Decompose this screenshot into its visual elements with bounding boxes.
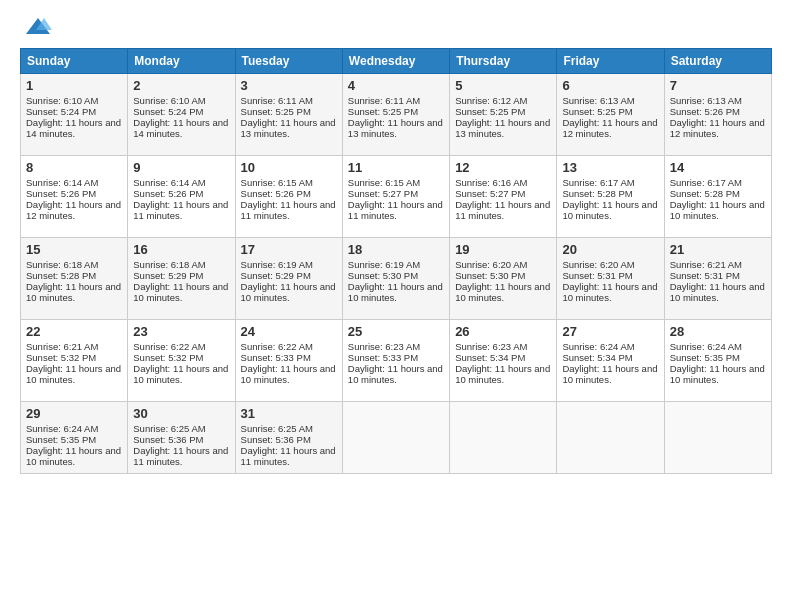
calendar-cell: 29Sunrise: 6:24 AMSunset: 5:35 PMDayligh… (21, 402, 128, 474)
sunset-label: Sunset: 5:35 PM (26, 434, 96, 445)
calendar-cell: 23Sunrise: 6:22 AMSunset: 5:32 PMDayligh… (128, 320, 235, 402)
day-number: 26 (455, 324, 551, 339)
daylight-label: Daylight: 11 hours and 10 minutes. (562, 363, 657, 385)
sunrise-label: Sunrise: 6:22 AM (133, 341, 205, 352)
day-number: 29 (26, 406, 122, 421)
sunset-label: Sunset: 5:25 PM (348, 106, 418, 117)
day-number: 6 (562, 78, 658, 93)
logo-icon (24, 16, 52, 36)
calendar-cell (557, 402, 664, 474)
calendar-cell: 31Sunrise: 6:25 AMSunset: 5:36 PMDayligh… (235, 402, 342, 474)
sunset-label: Sunset: 5:28 PM (26, 270, 96, 281)
calendar-header-row: SundayMondayTuesdayWednesdayThursdayFrid… (21, 49, 772, 74)
calendar-cell: 28Sunrise: 6:24 AMSunset: 5:35 PMDayligh… (664, 320, 771, 402)
sunset-label: Sunset: 5:25 PM (455, 106, 525, 117)
daylight-label: Daylight: 11 hours and 11 minutes. (348, 199, 443, 221)
daylight-label: Daylight: 11 hours and 10 minutes. (133, 363, 228, 385)
calendar-header-sunday: Sunday (21, 49, 128, 74)
day-number: 1 (26, 78, 122, 93)
calendar-cell: 2Sunrise: 6:10 AMSunset: 5:24 PMDaylight… (128, 74, 235, 156)
calendar-cell: 16Sunrise: 6:18 AMSunset: 5:29 PMDayligh… (128, 238, 235, 320)
day-number: 7 (670, 78, 766, 93)
calendar-header-friday: Friday (557, 49, 664, 74)
sunset-label: Sunset: 5:28 PM (670, 188, 740, 199)
day-number: 28 (670, 324, 766, 339)
calendar-cell: 8Sunrise: 6:14 AMSunset: 5:26 PMDaylight… (21, 156, 128, 238)
sunset-label: Sunset: 5:32 PM (26, 352, 96, 363)
sunset-label: Sunset: 5:30 PM (348, 270, 418, 281)
day-number: 3 (241, 78, 337, 93)
calendar-cell: 5Sunrise: 6:12 AMSunset: 5:25 PMDaylight… (450, 74, 557, 156)
calendar-header-monday: Monday (128, 49, 235, 74)
sunset-label: Sunset: 5:35 PM (670, 352, 740, 363)
sunset-label: Sunset: 5:25 PM (562, 106, 632, 117)
day-number: 13 (562, 160, 658, 175)
sunrise-label: Sunrise: 6:10 AM (133, 95, 205, 106)
calendar-cell: 4Sunrise: 6:11 AMSunset: 5:25 PMDaylight… (342, 74, 449, 156)
day-number: 15 (26, 242, 122, 257)
daylight-label: Daylight: 11 hours and 10 minutes. (348, 281, 443, 303)
header (20, 16, 772, 36)
daylight-label: Daylight: 11 hours and 10 minutes. (455, 363, 550, 385)
sunset-label: Sunset: 5:36 PM (241, 434, 311, 445)
daylight-label: Daylight: 11 hours and 14 minutes. (26, 117, 121, 139)
daylight-label: Daylight: 11 hours and 10 minutes. (455, 281, 550, 303)
sunset-label: Sunset: 5:28 PM (562, 188, 632, 199)
sunrise-label: Sunrise: 6:23 AM (348, 341, 420, 352)
calendar-cell: 13Sunrise: 6:17 AMSunset: 5:28 PMDayligh… (557, 156, 664, 238)
sunrise-label: Sunrise: 6:22 AM (241, 341, 313, 352)
sunrise-label: Sunrise: 6:24 AM (670, 341, 742, 352)
sunrise-label: Sunrise: 6:12 AM (455, 95, 527, 106)
daylight-label: Daylight: 11 hours and 10 minutes. (26, 445, 121, 467)
sunrise-label: Sunrise: 6:14 AM (26, 177, 98, 188)
calendar-cell (450, 402, 557, 474)
calendar-cell: 21Sunrise: 6:21 AMSunset: 5:31 PMDayligh… (664, 238, 771, 320)
day-number: 27 (562, 324, 658, 339)
sunrise-label: Sunrise: 6:16 AM (455, 177, 527, 188)
page: SundayMondayTuesdayWednesdayThursdayFrid… (0, 0, 792, 484)
calendar-cell: 10Sunrise: 6:15 AMSunset: 5:26 PMDayligh… (235, 156, 342, 238)
sunrise-label: Sunrise: 6:14 AM (133, 177, 205, 188)
sunset-label: Sunset: 5:24 PM (133, 106, 203, 117)
sunrise-label: Sunrise: 6:21 AM (26, 341, 98, 352)
calendar-cell: 22Sunrise: 6:21 AMSunset: 5:32 PMDayligh… (21, 320, 128, 402)
daylight-label: Daylight: 11 hours and 10 minutes. (26, 363, 121, 385)
day-number: 21 (670, 242, 766, 257)
sunrise-label: Sunrise: 6:20 AM (562, 259, 634, 270)
sunset-label: Sunset: 5:34 PM (455, 352, 525, 363)
calendar-cell: 20Sunrise: 6:20 AMSunset: 5:31 PMDayligh… (557, 238, 664, 320)
sunrise-label: Sunrise: 6:11 AM (348, 95, 420, 106)
calendar-cell: 7Sunrise: 6:13 AMSunset: 5:26 PMDaylight… (664, 74, 771, 156)
daylight-label: Daylight: 11 hours and 10 minutes. (26, 281, 121, 303)
sunset-label: Sunset: 5:30 PM (455, 270, 525, 281)
calendar-week-3: 15Sunrise: 6:18 AMSunset: 5:28 PMDayligh… (21, 238, 772, 320)
sunrise-label: Sunrise: 6:19 AM (348, 259, 420, 270)
day-number: 9 (133, 160, 229, 175)
day-number: 31 (241, 406, 337, 421)
sunset-label: Sunset: 5:29 PM (133, 270, 203, 281)
day-number: 14 (670, 160, 766, 175)
sunrise-label: Sunrise: 6:13 AM (562, 95, 634, 106)
day-number: 2 (133, 78, 229, 93)
calendar-cell (664, 402, 771, 474)
calendar-week-2: 8Sunrise: 6:14 AMSunset: 5:26 PMDaylight… (21, 156, 772, 238)
daylight-label: Daylight: 11 hours and 12 minutes. (562, 117, 657, 139)
calendar-cell: 25Sunrise: 6:23 AMSunset: 5:33 PMDayligh… (342, 320, 449, 402)
calendar-cell: 15Sunrise: 6:18 AMSunset: 5:28 PMDayligh… (21, 238, 128, 320)
calendar-cell: 6Sunrise: 6:13 AMSunset: 5:25 PMDaylight… (557, 74, 664, 156)
calendar-cell: 11Sunrise: 6:15 AMSunset: 5:27 PMDayligh… (342, 156, 449, 238)
sunset-label: Sunset: 5:26 PM (133, 188, 203, 199)
day-number: 22 (26, 324, 122, 339)
calendar-cell: 18Sunrise: 6:19 AMSunset: 5:30 PMDayligh… (342, 238, 449, 320)
calendar-cell: 1Sunrise: 6:10 AMSunset: 5:24 PMDaylight… (21, 74, 128, 156)
calendar-header-tuesday: Tuesday (235, 49, 342, 74)
daylight-label: Daylight: 11 hours and 13 minutes. (241, 117, 336, 139)
calendar-header-saturday: Saturday (664, 49, 771, 74)
daylight-label: Daylight: 11 hours and 10 minutes. (241, 363, 336, 385)
sunset-label: Sunset: 5:24 PM (26, 106, 96, 117)
daylight-label: Daylight: 11 hours and 10 minutes. (562, 199, 657, 221)
sunrise-label: Sunrise: 6:24 AM (26, 423, 98, 434)
sunset-label: Sunset: 5:33 PM (348, 352, 418, 363)
sunset-label: Sunset: 5:26 PM (670, 106, 740, 117)
sunrise-label: Sunrise: 6:21 AM (670, 259, 742, 270)
